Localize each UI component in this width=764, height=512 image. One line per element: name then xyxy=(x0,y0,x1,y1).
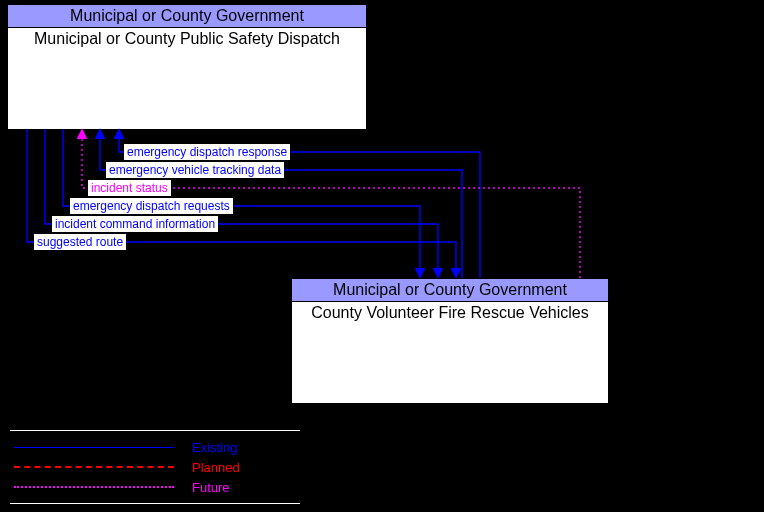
legend-line-planned-icon xyxy=(14,466,174,468)
flow-emergency-dispatch-requests[interactable]: emergency dispatch requests xyxy=(70,198,233,214)
legend-label: Planned xyxy=(192,460,240,475)
flow-emergency-dispatch-response[interactable]: emergency dispatch response xyxy=(124,144,290,160)
legend-line-existing-icon xyxy=(14,447,174,448)
legend-row-existing: Existing xyxy=(10,437,300,457)
flow-suggested-route[interactable]: suggested route xyxy=(34,234,126,250)
legend-line-future-icon xyxy=(14,486,174,488)
legend: Existing Planned Future xyxy=(10,430,300,504)
flow-emergency-vehicle-tracking-data[interactable]: emergency vehicle tracking data xyxy=(106,162,284,178)
flow-incident-status[interactable]: incident status xyxy=(88,180,171,196)
node-title: County Volunteer Fire Rescue Vehicles xyxy=(292,302,608,324)
node-header: Municipal or County Government xyxy=(8,5,366,28)
node-public-safety-dispatch[interactable]: Municipal or County Government Municipal… xyxy=(7,4,367,130)
node-fire-rescue-vehicles[interactable]: Municipal or County Government County Vo… xyxy=(291,278,609,404)
node-title: Municipal or County Public Safety Dispat… xyxy=(8,28,366,50)
legend-label: Future xyxy=(192,480,230,495)
legend-label: Existing xyxy=(192,440,238,455)
legend-row-future: Future xyxy=(10,477,300,497)
node-header: Municipal or County Government xyxy=(292,279,608,302)
flow-incident-command-information[interactable]: incident command information xyxy=(52,216,218,232)
legend-row-planned: Planned xyxy=(10,457,300,477)
